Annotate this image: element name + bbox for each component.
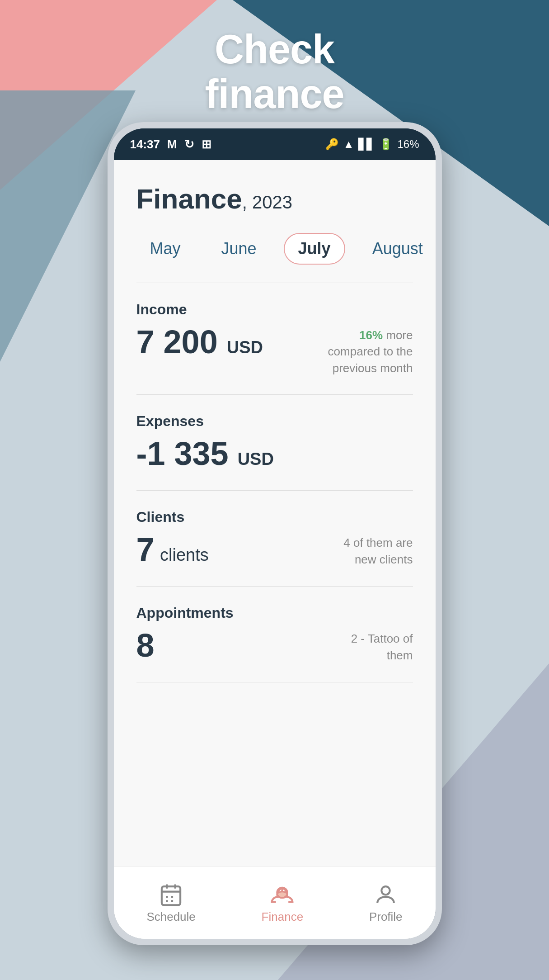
expenses-value: -1 335 USD <box>136 436 274 472</box>
clients-row: 7 clients 4 of them arenew clients <box>136 531 413 568</box>
expenses-label: Expenses <box>136 413 413 430</box>
status-bar: 14:37 M ↻ ⊞ 🔑 ▲ ▋▋ 🔋 16% <box>114 128 436 160</box>
clients-section: Clients 7 clients 4 of them arenew clien… <box>136 500 413 577</box>
month-tab-may[interactable]: May <box>136 234 194 264</box>
bottom-nav: Schedule <box>114 866 436 939</box>
income-note: 16% morecompared to theprevious month <box>328 327 413 376</box>
phone-mockup: 14:37 M ↻ ⊞ 🔑 ▲ ▋▋ 🔋 16% <box>108 122 442 945</box>
clients-note: 4 of them arenew clients <box>343 535 413 568</box>
clients-value-wrap: 7 clients <box>136 531 209 568</box>
clients-label: Clients <box>136 509 413 526</box>
month-tabs: May June July August <box>136 233 413 265</box>
nav-label-schedule: Schedule <box>146 910 195 924</box>
status-battery-icon: 🔋 <box>379 138 393 151</box>
expenses-section: Expenses -1 335 USD <box>136 404 413 481</box>
status-signal-icon: ▋▋ <box>358 138 375 151</box>
nav-item-schedule[interactable]: Schedule <box>146 882 195 924</box>
expenses-value-wrap: -1 335 USD <box>136 435 274 472</box>
appointments-number: 8 <box>136 627 155 663</box>
income-value-wrap: 7 200 USD <box>136 323 263 360</box>
main-headline: Check finance <box>205 27 344 117</box>
title-text: Finance <box>136 183 242 214</box>
appointments-row: 8 2 - Tattoo ofthem <box>136 627 413 664</box>
app-title: Finance, 2023 <box>136 183 413 215</box>
clients-number: 7 <box>136 531 155 568</box>
income-value: 7 200 USD <box>136 324 263 360</box>
nav-label-finance: Finance <box>262 910 304 924</box>
headline-line1: Check <box>215 27 334 72</box>
divider-1 <box>136 394 413 395</box>
appointments-label: Appointments <box>136 605 413 621</box>
income-section: Income 7 200 USD 16% morecompared to the… <box>136 292 413 385</box>
profile-icon <box>373 882 398 907</box>
finance-icon <box>270 882 295 907</box>
clients-suffix: clients <box>160 545 209 564</box>
status-wifi-icon: ▲ <box>343 138 354 151</box>
headline-line2: finance <box>205 71 344 117</box>
divider-3 <box>136 586 413 587</box>
appointments-section: Appointments 8 2 - Tattoo ofthem <box>136 596 413 673</box>
month-tab-june[interactable]: June <box>208 234 270 264</box>
status-key-icon: 🔑 <box>325 138 339 151</box>
expenses-row: -1 335 USD <box>136 435 413 472</box>
schedule-icon <box>159 882 183 907</box>
svg-point-12 <box>382 886 390 895</box>
app-content: Finance, 2023 May June July August Incom… <box>114 160 436 939</box>
appointments-note: 2 - Tattoo ofthem <box>351 630 413 663</box>
income-row: 7 200 USD 16% morecompared to thepreviou… <box>136 323 413 376</box>
month-tab-august[interactable]: August <box>359 234 436 264</box>
nav-item-profile[interactable]: Profile <box>369 882 403 924</box>
status-battery-pct: 16% <box>397 138 419 151</box>
income-label: Income <box>136 301 413 318</box>
month-tab-july[interactable]: July <box>284 233 345 265</box>
status-time: 14:37 <box>130 137 160 151</box>
title-year: , 2023 <box>242 192 292 212</box>
divider-4 <box>136 682 413 682</box>
nav-item-finance[interactable]: Finance <box>262 882 304 924</box>
divider-2 <box>136 490 413 491</box>
status-teams-icon: ⊞ <box>202 137 211 151</box>
nav-label-profile: Profile <box>369 910 403 924</box>
status-sync-icon: ↻ <box>184 137 194 151</box>
scroll-area: Finance, 2023 May June July August Incom… <box>114 160 436 866</box>
appointments-value-wrap: 8 <box>136 627 155 664</box>
divider-top <box>136 283 413 283</box>
svg-rect-0 <box>162 886 180 905</box>
status-gmail-icon: M <box>167 137 177 151</box>
